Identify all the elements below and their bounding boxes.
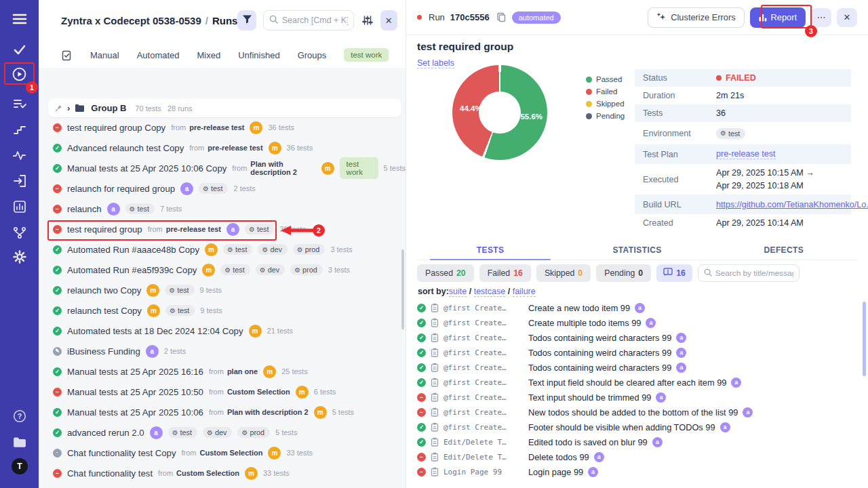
test-row[interactable]: ✓@first Create…Todos containing weird ch… <box>406 330 868 345</box>
run-row[interactable]: ✓Automated Run #ea5f939c Copym⚙test⚙dev⚙… <box>39 260 406 280</box>
run-row[interactable]: ·Chat functionality test CopyfromCustom … <box>39 443 406 463</box>
run-row[interactable]: ✓Automated Run #aaace48b Copym⚙test⚙dev⚙… <box>39 239 406 260</box>
run-row[interactable]: ✓Manual tests at 25 Apr 2025 10:06 Copyf… <box>39 158 406 178</box>
run-tests-count: 9 tests <box>200 306 222 314</box>
comments-filter[interactable]: 16 <box>656 264 692 282</box>
test-row[interactable]: −Edit/Delete T…Delete todos 99a <box>406 449 868 464</box>
tab-manual[interactable]: Manual <box>90 50 119 60</box>
clusterize-errors-button[interactable]: Clusterize Errors <box>648 7 744 28</box>
chevron-right-icon[interactable]: › <box>67 104 70 113</box>
report-button[interactable]: Report <box>750 7 806 28</box>
run-row[interactable]: ✓Automated tests at 18 Dec 2024 12:04 Co… <box>39 321 406 341</box>
clipboard-icon <box>431 422 439 432</box>
run-row[interactable]: ✓Advanced relaunch test Copyfrompre-rele… <box>39 138 406 158</box>
menu-icon[interactable] <box>0 10 39 28</box>
sidebar-item-milestones-icon[interactable] <box>0 121 39 138</box>
test-row[interactable]: ✓@first Create…Create multiple todo item… <box>406 315 868 330</box>
test-row[interactable]: −@first Create…New todos should be added… <box>406 405 868 420</box>
run-from-label: from <box>158 469 173 477</box>
more-actions-button[interactable]: ⋯ <box>811 8 831 27</box>
copy-run-id-button[interactable] <box>496 12 507 22</box>
test-row[interactable]: ✓@first Create…Todos containing weird ch… <box>406 360 868 375</box>
test-row[interactable]: −@first Create…Text input should be trim… <box>406 390 868 405</box>
sidebar-item-settings-gear-icon[interactable] <box>0 248 39 266</box>
tab-unfinished[interactable]: Unfinished <box>238 50 279 60</box>
tab-tests[interactable]: TESTS <box>417 241 564 260</box>
filter-passed[interactable]: Passed20 <box>417 264 474 282</box>
tab-groups[interactable]: Groups <box>298 50 327 60</box>
clipboard-icon <box>431 378 439 387</box>
build-url-link[interactable]: https://github.com/TetianaKhomenko/Lo... <box>716 200 868 209</box>
run-from-label: from <box>209 367 224 375</box>
automated-badge: a <box>743 407 753 418</box>
help-icon[interactable]: ? <box>0 407 39 425</box>
sidebar-item-checks-icon[interactable] <box>0 41 39 58</box>
tab-automated[interactable]: Automated <box>137 50 180 60</box>
sidebar-item-suites-icon[interactable] <box>0 95 39 113</box>
test-plan-link[interactable]: pre-release test <box>716 149 776 159</box>
filter-button[interactable] <box>237 10 256 30</box>
run-row[interactable]: ✓relaunch test Copym⚙test9 tests <box>39 300 406 321</box>
sidebar-item-runs-play-icon[interactable] <box>0 65 39 83</box>
sort-by-failure[interactable]: failure <box>513 287 536 297</box>
env-name: test <box>257 225 269 233</box>
filter-failed[interactable]: Failed16 <box>479 264 531 282</box>
run-row[interactable]: ✎iBusiness Fundinga2 tests <box>39 341 406 361</box>
gear-icon: ⚙ <box>297 246 303 253</box>
run-row[interactable]: −relauncha⚙test7 tests <box>39 199 406 219</box>
sort-by-suite[interactable]: suite <box>449 287 467 297</box>
run-id: 170c5556 <box>450 12 490 22</box>
run-row[interactable]: −test required group Copyfrompre-release… <box>39 117 406 138</box>
test-row[interactable]: ✓Edit/Delete T…Edited todo is saved on b… <box>406 434 868 449</box>
gear-icon: ⚙ <box>241 429 248 436</box>
group-row[interactable]: › Group B 70 tests 28 runs <box>48 99 401 117</box>
tests-search[interactable] <box>698 264 800 282</box>
project-title[interactable]: Zyntra x Codecept 0538-0539 <box>61 15 201 26</box>
sidebar-item-analytics-icon[interactable] <box>0 198 39 216</box>
sort-by-testcase[interactable]: testcase <box>474 287 506 297</box>
tab-defects[interactable]: DEFECTS <box>711 241 857 260</box>
test-row[interactable]: ✓@first Create…Text input field should b… <box>406 375 868 390</box>
test-suite-name: @first Create… <box>443 363 524 372</box>
user-avatar[interactable]: T <box>12 458 28 474</box>
adjustments-icon[interactable] <box>361 12 374 28</box>
run-row[interactable]: −test required groupfrompre-release test… <box>39 219 406 239</box>
run-row[interactable]: −relaunch for required groupa⚙test2 test… <box>39 178 406 199</box>
env-badge: ⚙test <box>165 285 194 296</box>
close-details-button[interactable]: ✕ <box>837 8 857 27</box>
run-tests-count: 36 tests <box>279 225 306 233</box>
run-row[interactable]: ✓Manual tests at 25 Apr 2025 16:16frompl… <box>39 361 406 382</box>
run-row[interactable]: ✓relaunch two Copym⚙test9 tests <box>39 280 406 300</box>
close-runs-panel-button[interactable]: ✕ <box>380 10 398 30</box>
run-row[interactable]: ✓advanced rerun 2.0a⚙test⚙dev⚙prod5 test… <box>39 422 406 443</box>
sidebar-item-pulls-icon[interactable] <box>0 172 39 190</box>
test-row[interactable]: ✓@first Create…Create a new todo item 99… <box>406 300 868 315</box>
test-row[interactable]: ✓@first Create…Todos containing weird ch… <box>406 345 868 360</box>
runs-search-input[interactable] <box>282 16 348 25</box>
test-row[interactable]: −Login Page 99Login page 99a <box>406 464 868 479</box>
filter-pending[interactable]: Pending0 <box>596 264 651 282</box>
select-runs-icon[interactable] <box>61 49 73 61</box>
sidebar-item-activity-icon[interactable] <box>0 146 39 164</box>
tab-badge-test-work[interactable]: test work <box>344 48 389 62</box>
test-row[interactable]: ✓@first Create…Footer should be visible … <box>406 420 868 434</box>
tab-mixed[interactable]: Mixed <box>197 50 221 60</box>
passed-status-icon: ✓ <box>53 144 62 152</box>
test-suite-name: @first Create… <box>443 333 524 342</box>
run-row[interactable]: ✓Manual tests at 25 Apr 2025 10:06fromPl… <box>39 402 406 422</box>
filter-skipped[interactable]: Skipped0 <box>536 264 591 282</box>
sidebar-item-branches-icon[interactable] <box>0 224 39 241</box>
tab-statistics[interactable]: STATISTICS <box>564 241 710 260</box>
right-scrollbar-thumb[interactable] <box>863 302 866 376</box>
set-labels-link[interactable]: Set labels <box>417 58 454 68</box>
gear-icon: ⚙ <box>262 246 268 253</box>
projects-folder-icon[interactable] <box>0 433 39 451</box>
run-row[interactable]: −Manual tests at 25 Apr 2025 10:50fromCu… <box>39 382 406 402</box>
test-title: Text input should be trimmed 99 <box>528 392 651 403</box>
tests-search-input[interactable] <box>715 268 793 278</box>
left-scrollbar-thumb[interactable] <box>401 249 404 329</box>
legend-label: Skipped <box>596 100 625 108</box>
run-row[interactable]: −Chat functionality testfromCustom Selec… <box>39 463 406 483</box>
env-name: test <box>235 245 247 253</box>
runs-search[interactable] <box>263 10 354 30</box>
